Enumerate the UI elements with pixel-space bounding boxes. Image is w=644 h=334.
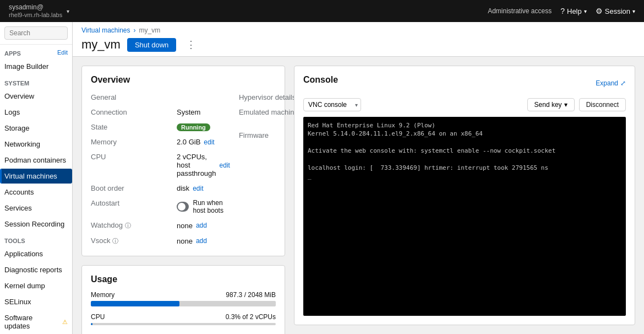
cpu-progress-fill — [91, 323, 92, 325]
sidebar-search-area — [0, 22, 72, 45]
watchdog-add-link[interactable]: add — [196, 222, 207, 229]
cpu-label: CPU — [91, 151, 168, 179]
breadcrumb-current: my_vm — [139, 26, 161, 34]
memory-value: 2.0 GiB edit — [177, 136, 230, 148]
running-badge: Running — [177, 123, 210, 131]
sidebar-item-applications[interactable]: Applications — [0, 246, 72, 261]
sidebar: Apps Edit Image Builder System Overview … — [0, 22, 73, 334]
console-card: Console Expand ⤢ VNC console — [294, 66, 635, 325]
left-panel: Overview General Connection System State — [81, 66, 285, 325]
cpu-progress-bar — [91, 323, 276, 325]
sidebar-item-selinux[interactable]: SELinux — [0, 294, 72, 309]
breadcrumb: Virtual machines › my_vm — [81, 26, 635, 34]
cpu-edit-link[interactable]: edit — [220, 161, 230, 169]
watchdog-value: none add — [177, 219, 230, 231]
console-right-controls: Send key ▾ Disconnect — [527, 98, 626, 111]
vnc-select[interactable]: VNC console — [303, 98, 361, 111]
sidebar-item-kernel-dump[interactable]: Kernel dump — [0, 278, 72, 293]
boot-order-edit-link[interactable]: edit — [193, 185, 203, 192]
cpu-value: 2 vCPUs, host passthrough edit — [177, 151, 230, 179]
sidebar-item-networking[interactable]: Networking — [0, 137, 72, 152]
console-header: Console Expand ⤢ — [303, 75, 626, 91]
help-chevron-icon: ▾ — [584, 8, 587, 14]
apps-section: Apps Edit — [0, 45, 72, 58]
cpu-usage-row: CPU 0.3% of 2 vCPUs — [91, 313, 276, 325]
sidebar-item-services[interactable]: Services — [0, 201, 72, 216]
sidebar-item-logs[interactable]: Logs — [0, 105, 72, 120]
expand-button[interactable]: Expand ⤢ — [596, 79, 626, 87]
warning-icon: ⚠ — [62, 319, 68, 326]
kebab-menu-button[interactable]: ⋮ — [183, 37, 199, 52]
search-input[interactable] — [4, 26, 68, 40]
sidebar-item-diagnostic[interactable]: Diagnostic reports — [0, 262, 72, 277]
vnc-select-wrapper: VNC console — [303, 98, 361, 111]
apps-edit-link[interactable]: Edit — [57, 49, 68, 56]
autostart-value[interactable]: Run when host boots — [177, 197, 230, 216]
memory-usage-labels: Memory 987.3 / 2048 MiB — [91, 291, 276, 299]
system-section-label: System — [4, 80, 29, 87]
connection-label: Connection — [91, 106, 168, 118]
help-label: Help — [567, 7, 582, 15]
vsock-add-link[interactable]: add — [196, 237, 207, 245]
console-title: Console — [303, 75, 338, 85]
sidebar-item-session-recording[interactable]: Session Recording — [0, 217, 72, 231]
memory-progress-bar — [91, 301, 276, 306]
vsock-value: none add — [177, 235, 230, 247]
watchdog-info-icon[interactable]: ⓘ — [125, 222, 131, 229]
hostname: rhel9-vm.rh-lab.labs — [9, 12, 62, 18]
session-chevron-icon: ▾ — [632, 8, 635, 14]
cpu-usage-labels: CPU 0.3% of 2 vCPUs — [91, 313, 276, 321]
overview-card: Overview General Connection System State — [81, 66, 285, 256]
memory-progress-fill — [91, 301, 179, 306]
topbar-user-info: sysadmin@ rhel9-vm.rh-lab.labs ▾ — [9, 3, 69, 19]
session-label: Session — [605, 7, 630, 15]
vsock-info-icon[interactable]: ⓘ — [112, 238, 118, 244]
cpu-usage-label: CPU — [91, 313, 105, 321]
autostart-label: Autostart — [91, 197, 168, 216]
shut-down-button[interactable]: Shut down — [127, 38, 176, 52]
title-row: my_vm Shut down ⋮ — [81, 37, 635, 56]
sidebar-item-virtual-machines[interactable]: Virtual machines — [0, 169, 72, 184]
memory-usage-value: 987.3 / 2048 MiB — [226, 291, 276, 299]
help-button[interactable]: ? Help ▾ — [560, 7, 587, 15]
state-label: State — [91, 121, 168, 133]
console-screen: Red Hat Enterprise Linux 9.2 (Plow) Kern… — [303, 117, 626, 316]
general-value — [177, 91, 230, 103]
overview-left-col: General Connection System State Running … — [91, 91, 230, 247]
right-panel: Console Expand ⤢ VNC console — [294, 66, 635, 325]
send-key-button[interactable]: Send key ▾ — [527, 98, 575, 111]
gear-icon: ⚙ — [596, 7, 603, 15]
sidebar-item-accounts[interactable]: Accounts — [0, 185, 72, 200]
sidebar-item-label: Image Builder — [4, 62, 48, 71]
sidebar-item-podman[interactable]: Podman containers — [0, 153, 72, 168]
page-title: my_vm — [81, 37, 121, 52]
sidebar-item-storage[interactable]: Storage — [0, 121, 72, 136]
disconnect-button[interactable]: Disconnect — [579, 98, 626, 111]
topbar-chevron[interactable]: ▾ — [67, 8, 69, 14]
breadcrumb-bar: Virtual machines › my_vm my_vm Shut down… — [73, 22, 644, 57]
breadcrumb-parent[interactable]: Virtual machines — [81, 26, 130, 34]
system-section: System — [0, 74, 72, 88]
sidebar-item-overview[interactable]: Overview — [0, 89, 72, 104]
autostart-toggle[interactable] — [177, 202, 189, 212]
vsock-label: Vsock ⓘ — [91, 235, 168, 247]
send-key-chevron-icon: ▾ — [564, 101, 567, 109]
cpu-usage-value: 0.3% of 2 vCPUs — [226, 313, 276, 321]
console-controls: VNC console Send key ▾ Disconnect — [303, 98, 626, 111]
connection-value: System — [177, 106, 230, 118]
breadcrumb-separator-icon: › — [134, 26, 136, 34]
sidebar-item-software-updates[interactable]: Software updates ⚠ — [0, 310, 72, 333]
session-button[interactable]: ⚙ Session ▾ — [596, 7, 635, 15]
tools-section: Tools — [0, 232, 72, 246]
apps-section-label: Apps — [4, 50, 21, 57]
help-icon: ? — [560, 7, 565, 15]
usage-title: Usage — [91, 274, 276, 284]
console-output: Red Hat Enterprise Linux 9.2 (Plow) Kern… — [308, 121, 621, 181]
topbar: sysadmin@ rhel9-vm.rh-lab.labs ▾ Adminis… — [0, 0, 644, 22]
sidebar-item-image-builder[interactable]: Image Builder — [0, 59, 72, 74]
boot-order-value: disk edit — [177, 182, 230, 194]
username: sysadmin@ — [9, 3, 43, 11]
memory-edit-link[interactable]: edit — [204, 138, 214, 146]
inner-content: Overview General Connection System State — [73, 57, 644, 334]
memory-usage-row: Memory 987.3 / 2048 MiB — [91, 291, 276, 306]
